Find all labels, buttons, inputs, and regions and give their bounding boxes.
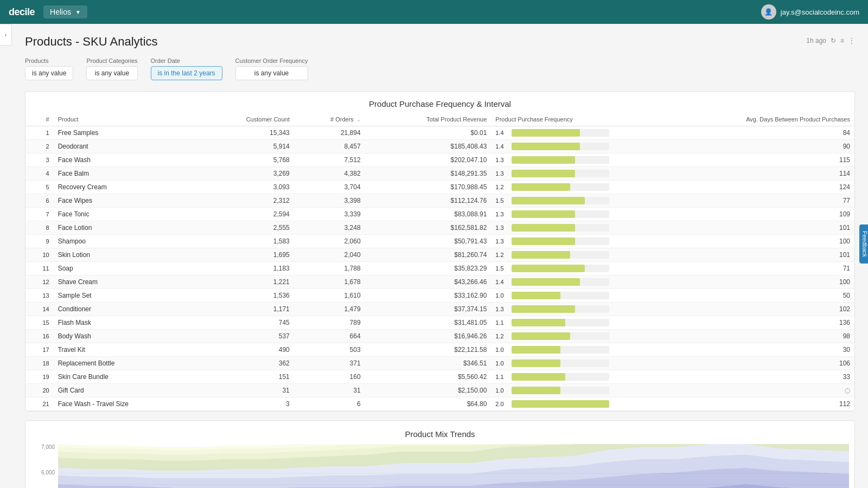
- row-num: 17: [25, 343, 54, 357]
- user-menu[interactable]: 👤 jay.s@socialcodeinc.com: [761, 4, 859, 20]
- freq-bar: [512, 400, 609, 408]
- user-email: jay.s@socialcodeinc.com: [781, 8, 859, 16]
- cell-frequency: 1.1: [491, 316, 648, 330]
- col-header-orders[interactable]: # Orders ⌄: [294, 113, 365, 126]
- refresh-icon[interactable]: ↻: [831, 37, 836, 44]
- table-row[interactable]: 18Replacement Bottle362371$346.511.0106: [25, 357, 854, 370]
- cell-customer-count: 1,536: [199, 289, 294, 303]
- table-row[interactable]: 7Face Tonic2,5943,339$83,088.911.3109: [25, 208, 854, 221]
- cell-revenue: $50,791.43: [365, 235, 492, 248]
- cell-product: Shave Cream: [54, 275, 199, 289]
- cell-orders: 789: [294, 316, 365, 330]
- cell-revenue: $81,260.74: [365, 248, 492, 262]
- cell-avg-days: 71: [648, 262, 854, 275]
- filter-icon[interactable]: ≡: [840, 37, 844, 44]
- filter-group-product_categories: Product Categoriesis any value: [86, 57, 137, 80]
- filter-btn-order_date[interactable]: is in the last 2 years: [151, 66, 222, 80]
- cell-revenue: $22,121.58: [365, 343, 492, 357]
- cell-orders: 3,248: [294, 221, 365, 235]
- freq-bar: [512, 156, 575, 164]
- cell-customer-count: 537: [199, 330, 294, 343]
- cell-customer-count: 5,914: [199, 140, 294, 153]
- filter-btn-products[interactable]: is any value: [25, 66, 73, 80]
- freq-bar-bg: [512, 278, 609, 286]
- cell-orders: 664: [294, 330, 365, 343]
- freq-value: 1.2: [495, 252, 508, 258]
- freq-bar-bg: [512, 332, 609, 340]
- cell-orders: 21,894: [294, 126, 365, 140]
- row-num: 19: [25, 370, 54, 384]
- freq-bar: [512, 292, 560, 299]
- freq-bar: [512, 170, 575, 177]
- cell-revenue: $346.51: [365, 357, 492, 370]
- table-row[interactable]: 21Face Wash - Travel Size36$64.802.0112: [25, 397, 854, 411]
- cell-product: Skin Lotion: [54, 248, 199, 262]
- table-row[interactable]: 14Conditioner1,1711,479$37,374.151.3102: [25, 303, 854, 316]
- cell-product: Recovery Cream: [54, 181, 199, 194]
- cell-customer-count: 362: [199, 357, 294, 370]
- row-num: 21: [25, 397, 54, 411]
- freq-value: 1.4: [495, 279, 508, 285]
- cell-revenue: $33,162.90: [365, 289, 492, 303]
- filter-btn-product_categories[interactable]: is any value: [86, 66, 137, 80]
- cell-avg-days: 33: [648, 370, 854, 384]
- row-num: 16: [25, 330, 54, 343]
- table-row[interactable]: 4Face Balm3,2694,382$148,291.351.3114: [25, 167, 854, 181]
- table-row[interactable]: 6Face Wipes2,3123,398$112,124.761.577: [25, 194, 854, 208]
- feedback-tab[interactable]: Feedback: [859, 224, 868, 264]
- cell-customer-count: 3,093: [199, 181, 294, 194]
- cell-customer-count: 2,555: [199, 221, 294, 235]
- cell-product: Face Lotion: [54, 221, 199, 235]
- table-row[interactable]: 9Shampoo1,5832,060$50,791.431.3100: [25, 235, 854, 248]
- cell-orders: 7,512: [294, 153, 365, 167]
- cell-orders: 1,479: [294, 303, 365, 316]
- cell-frequency: 1.2: [491, 248, 648, 262]
- freq-bar-bg: [512, 156, 609, 164]
- table-row[interactable]: 17Travel Kit490503$22,121.581.030: [25, 343, 854, 357]
- freq-bar-bg: [512, 305, 609, 313]
- cell-product: Deodorant: [54, 140, 199, 153]
- table-row[interactable]: 13Sample Set1,5361,610$33,162.901.050: [25, 289, 854, 303]
- sidebar-toggle[interactable]: ‹: [0, 24, 12, 46]
- cell-avg-days: 101: [648, 248, 854, 262]
- row-num: 12: [25, 275, 54, 289]
- workspace-selector[interactable]: Helios ▼: [43, 5, 87, 18]
- cell-orders: 3,339: [294, 208, 365, 221]
- row-num: 15: [25, 316, 54, 330]
- cell-customer-count: 3: [199, 397, 294, 411]
- cell-product: Face Wash - Travel Size: [54, 397, 199, 411]
- table-row[interactable]: 8Face Lotion2,5553,248$162,581.821.3101: [25, 221, 854, 235]
- top-navigation: decile Helios ▼ 👤 jay.s@socialcodeinc.co…: [0, 0, 868, 24]
- table-row[interactable]: 1Free Samples15,34321,894$0.011.484: [25, 126, 854, 140]
- row-num: 1: [25, 126, 54, 140]
- table-row[interactable]: 20Gift Card3131$2,150.001.0◌: [25, 384, 854, 397]
- cell-revenue: $162,581.82: [365, 221, 492, 235]
- cell-avg-days: 30: [648, 343, 854, 357]
- row-num: 5: [25, 181, 54, 194]
- page-title: Products - SKU Analytics: [25, 35, 158, 49]
- table-row[interactable]: 5Recovery Cream3,0933,704$170,988.451.21…: [25, 181, 854, 194]
- chart-container: 7,0006,0005,0004,0003,000: [31, 444, 849, 488]
- table-row[interactable]: 16Body Wash537664$16,946.261.298: [25, 330, 854, 343]
- cell-avg-days: 77: [648, 194, 854, 208]
- table-row[interactable]: 12Shave Cream1,2211,678$43,266.461.4100: [25, 275, 854, 289]
- freq-bar-bg: [512, 400, 609, 408]
- table-row[interactable]: 10Skin Lotion1,6952,040$81,260.741.2101: [25, 248, 854, 262]
- cell-revenue: $112,124.76: [365, 194, 492, 208]
- table-row[interactable]: 2Deodorant5,9148,457$185,408.431.490: [25, 140, 854, 153]
- table-row[interactable]: 15Flash Mask745789$31,481.051.1136: [25, 316, 854, 330]
- cell-frequency: 1.2: [491, 181, 648, 194]
- freq-bar: [512, 143, 580, 150]
- table-row[interactable]: 19Skin Care Bundle151160$5,560.421.133: [25, 370, 854, 384]
- cell-product: Shampoo: [54, 235, 199, 248]
- cell-avg-days: ◌: [648, 384, 854, 397]
- cell-revenue: $185,408.43: [365, 140, 492, 153]
- table-row[interactable]: 11Soap1,1831,788$35,823.291.571: [25, 262, 854, 275]
- filter-btn-customer_order_frequency[interactable]: is any value: [235, 66, 308, 80]
- cell-revenue: $202,047.10: [365, 153, 492, 167]
- cell-orders: 503: [294, 343, 365, 357]
- more-options-icon[interactable]: ⋮: [848, 37, 855, 44]
- freq-bar: [512, 305, 575, 313]
- row-num: 4: [25, 167, 54, 181]
- table-row[interactable]: 3Face Wash5,7687,512$202,047.101.3115: [25, 153, 854, 167]
